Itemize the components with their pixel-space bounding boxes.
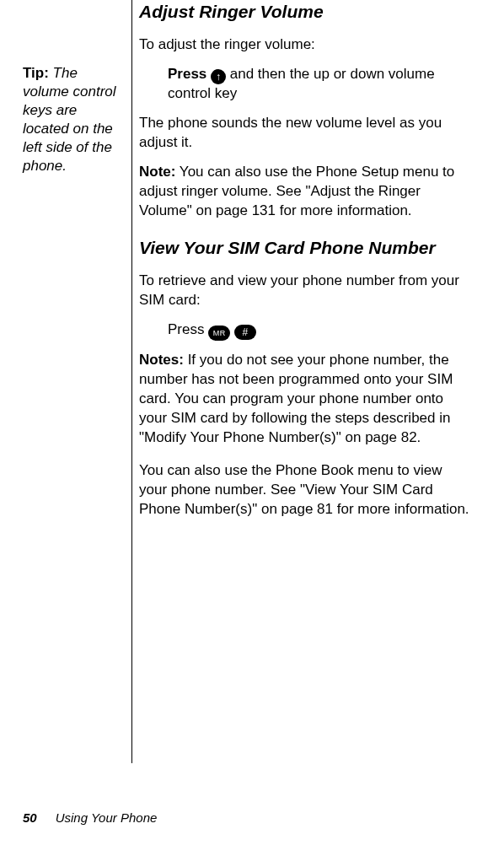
heading-adjust-ringer: Adjust Ringer Volume (139, 0, 472, 24)
page-number: 50 (23, 810, 37, 825)
tip-text: The volume control keys are located on t… (23, 65, 116, 174)
sec2-intro: To retrieve and view your phone number f… (139, 272, 472, 310)
sec1-press-line: Press ↑ and then the up or down volume c… (168, 65, 472, 104)
sec2-press-line: Press MR # (168, 320, 472, 341)
heading-view-sim: View Your SIM Card Phone Number (139, 236, 472, 260)
notes-text: If you do not see your phone number, the… (139, 352, 453, 445)
sec1-intro: To adjust the ringer volume: (139, 35, 472, 55)
sidebar-tip: Tip: The volume control keys are located… (23, 64, 124, 176)
press-label: Press (168, 66, 211, 82)
column-divider (131, 0, 132, 763)
note-label: Note: (139, 164, 175, 180)
footer-section-title: Using Your Phone (56, 810, 158, 825)
sec2-notes: Notes: If you do not see your phone numb… (139, 351, 472, 448)
tip-label: Tip: (23, 65, 49, 81)
page: Tip: The volume control keys are located… (0, 0, 504, 845)
note-text: You can also use the Phone Setup menu to… (139, 164, 454, 218)
press-label: Press (168, 321, 208, 337)
page-footer: 50Using Your Phone (23, 810, 157, 826)
sec1-result: The phone sounds the new volume level as… (139, 114, 472, 153)
main-column: Adjust Ringer Volume To adjust the ringe… (139, 0, 472, 530)
sec1-note: Note: You can also use the Phone Setup m… (139, 163, 472, 221)
up-arrow-icon: ↑ (211, 69, 226, 84)
hash-key-icon: # (234, 325, 256, 340)
notes-label: Notes: (139, 352, 184, 368)
sec2-last-para: You can also use the Phone Book menu to … (139, 461, 472, 519)
mr-key-icon: MR (208, 326, 230, 341)
